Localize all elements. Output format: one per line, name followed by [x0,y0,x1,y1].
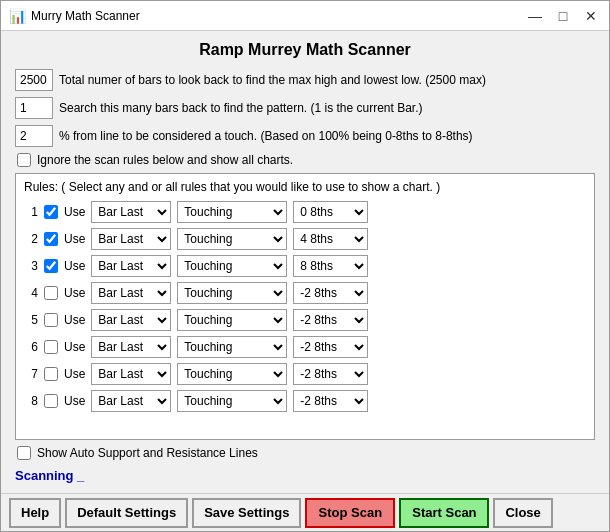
rule-use-label: Use [64,340,85,354]
rule-bar-select[interactable]: Bar LastBar FirstAny Bar [91,336,171,358]
ignore-label: Ignore the scan rules below and show all… [37,153,293,167]
percent-label: % from line to be considered a touch. (B… [59,129,473,143]
auto-support-checkbox[interactable] [17,446,31,460]
rule-bar-select[interactable]: Bar LastBar FirstAny Bar [91,282,171,304]
rule-use-label: Use [64,205,85,219]
rule-bar-select[interactable]: Bar LastBar FirstAny Bar [91,255,171,277]
bars-label: Total numer of bars to look back to find… [59,73,486,87]
rule-number: 6 [24,340,38,354]
rule-use-label: Use [64,232,85,246]
rule-eighths-select[interactable]: 0 8ths1 8ths2 8ths3 8ths4 8ths5 8ths6 8t… [293,309,368,331]
title-bar: 📊 Murry Math Scanner — □ ✕ [1,1,609,31]
stop-scan-button[interactable]: Stop Scan [305,498,395,528]
rule-number: 8 [24,394,38,408]
rule-touching-select[interactable]: TouchingCrossingBouncing [177,390,287,412]
percent-row: % from line to be considered a touch. (B… [15,125,595,147]
pattern-row: Search this many bars back to find the p… [15,97,595,119]
bars-row: Total numer of bars to look back to find… [15,69,595,91]
rule-use-label: Use [64,394,85,408]
rule-use-label: Use [64,286,85,300]
rule-bar-select[interactable]: Bar LastBar FirstAny Bar [91,228,171,250]
title-bar-text: Murry Math Scanner [31,9,525,23]
rule-checkbox[interactable] [44,232,58,246]
rule-touching-select[interactable]: TouchingCrossingBouncing [177,228,287,250]
rule-row: 5UseBar LastBar FirstAny BarTouchingCros… [24,308,586,332]
rule-checkbox[interactable] [44,259,58,273]
rule-eighths-select[interactable]: 0 8ths1 8ths2 8ths3 8ths4 8ths5 8ths6 8t… [293,255,368,277]
default-settings-button[interactable]: Default Settings [65,498,188,528]
rule-number: 7 [24,367,38,381]
rule-eighths-select[interactable]: 0 8ths1 8ths2 8ths3 8ths4 8ths5 8ths6 8t… [293,228,368,250]
rule-bar-select[interactable]: Bar LastBar FirstAny Bar [91,390,171,412]
auto-support-label: Show Auto Support and Resistance Lines [37,446,258,460]
rule-touching-select[interactable]: TouchingCrossingBouncing [177,201,287,223]
rule-touching-select[interactable]: TouchingCrossingBouncing [177,336,287,358]
bars-input[interactable] [15,69,53,91]
rule-checkbox[interactable] [44,340,58,354]
auto-support-row: Show Auto Support and Resistance Lines [17,446,595,460]
rule-number: 4 [24,286,38,300]
rule-row: 7UseBar LastBar FirstAny BarTouchingCros… [24,362,586,386]
close-button[interactable]: Close [493,498,552,528]
close-window-button[interactable]: ✕ [581,6,601,26]
rule-row: 1UseBar LastBar FirstAny BarTouchingCros… [24,200,586,224]
rule-eighths-select[interactable]: 0 8ths1 8ths2 8ths3 8ths4 8ths5 8ths6 8t… [293,390,368,412]
pattern-input[interactable] [15,97,53,119]
ignore-row: Ignore the scan rules below and show all… [17,153,595,167]
rule-touching-select[interactable]: TouchingCrossingBouncing [177,255,287,277]
rule-row: 6UseBar LastBar FirstAny BarTouchingCros… [24,335,586,359]
rule-number: 5 [24,313,38,327]
rule-bar-select[interactable]: Bar LastBar FirstAny Bar [91,363,171,385]
rule-row: 3UseBar LastBar FirstAny BarTouchingCros… [24,254,586,278]
rule-bar-select[interactable]: Bar LastBar FirstAny Bar [91,201,171,223]
rule-row: 8UseBar LastBar FirstAny BarTouchingCros… [24,389,586,413]
rule-bar-select[interactable]: Bar LastBar FirstAny Bar [91,309,171,331]
start-scan-button[interactable]: Start Scan [399,498,489,528]
rule-row: 2UseBar LastBar FirstAny BarTouchingCros… [24,227,586,251]
help-button[interactable]: Help [9,498,61,528]
rule-use-label: Use [64,313,85,327]
rule-touching-select[interactable]: TouchingCrossingBouncing [177,309,287,331]
title-bar-controls: — □ ✕ [525,6,601,26]
percent-input[interactable] [15,125,53,147]
rule-checkbox[interactable] [44,394,58,408]
rule-number: 1 [24,205,38,219]
page-title: Ramp Murrey Math Scanner [15,41,595,59]
rule-eighths-select[interactable]: 0 8ths1 8ths2 8ths3 8ths4 8ths5 8ths6 8t… [293,363,368,385]
rule-eighths-select[interactable]: 0 8ths1 8ths2 8ths3 8ths4 8ths5 8ths6 8t… [293,201,368,223]
save-settings-button[interactable]: Save Settings [192,498,301,528]
rules-section: Rules: ( Select any and or all rules tha… [15,173,595,440]
app-icon: 📊 [9,8,25,24]
rule-row: 4UseBar LastBar FirstAny BarTouchingCros… [24,281,586,305]
ignore-checkbox[interactable] [17,153,31,167]
rule-checkbox[interactable] [44,286,58,300]
main-content: Ramp Murrey Math Scanner Total numer of … [1,31,609,493]
rule-eighths-select[interactable]: 0 8ths1 8ths2 8ths3 8ths4 8ths5 8ths6 8t… [293,282,368,304]
rule-eighths-select[interactable]: 0 8ths1 8ths2 8ths3 8ths4 8ths5 8ths6 8t… [293,336,368,358]
rule-checkbox[interactable] [44,367,58,381]
minimize-button[interactable]: — [525,6,545,26]
main-window: 📊 Murry Math Scanner — □ ✕ Ramp Murrey M… [0,0,610,532]
maximize-button[interactable]: □ [553,6,573,26]
footer: Help Default Settings Save Settings Stop… [1,493,609,531]
rule-use-label: Use [64,259,85,273]
scanning-status: Scanning _ [15,468,595,483]
rules-container: 1UseBar LastBar FirstAny BarTouchingCros… [24,200,586,413]
rule-touching-select[interactable]: TouchingCrossingBouncing [177,282,287,304]
rule-checkbox[interactable] [44,205,58,219]
rule-touching-select[interactable]: TouchingCrossingBouncing [177,363,287,385]
rule-number: 3 [24,259,38,273]
rules-header: Rules: ( Select any and or all rules tha… [24,180,586,194]
rule-checkbox[interactable] [44,313,58,327]
rule-use-label: Use [64,367,85,381]
pattern-label: Search this many bars back to find the p… [59,101,423,115]
rule-number: 2 [24,232,38,246]
